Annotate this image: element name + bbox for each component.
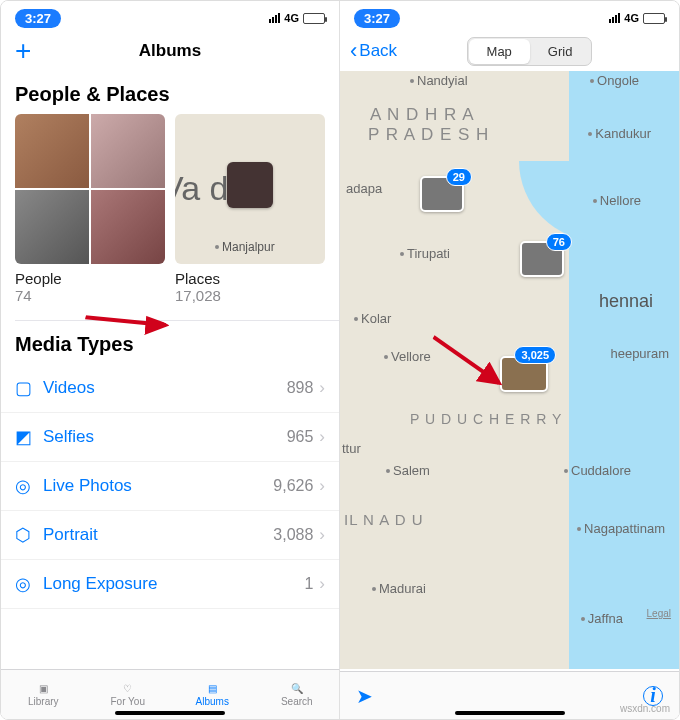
map-view[interactable]: Nandyial Ongole A N D H R A P R A D E S … (340, 71, 679, 669)
places-tile[interactable]: Va da Manjalpur Places 17,028 (175, 114, 325, 304)
cluster-count: 29 (446, 168, 472, 186)
map-region: A N D H R A (370, 105, 475, 125)
foryou-icon: ♡ (123, 683, 132, 694)
map-city: Madurai (372, 581, 426, 596)
map-region: P U D U C H E R R Y (410, 411, 562, 427)
places-thumb (227, 162, 273, 208)
chevron-right-icon: › (319, 574, 325, 594)
search-icon: 🔍 (291, 683, 303, 694)
map-city: Kolar (354, 311, 391, 326)
home-indicator[interactable] (455, 711, 565, 715)
cluster-count: 76 (546, 233, 572, 251)
nav-bar: ‹Back Map Grid (340, 31, 679, 71)
albums-screen: 3:27 4G + Albums People & Places (1, 1, 340, 719)
photo-cluster[interactable]: 29 (420, 176, 464, 212)
media-type-longexposure[interactable]: ◎ Long Exposure 1 › (1, 560, 339, 609)
chevron-right-icon: › (319, 525, 325, 545)
nav-bar: + Albums (1, 31, 339, 71)
livephoto-icon: ◎ (15, 475, 43, 497)
seg-grid[interactable]: Grid (530, 39, 591, 64)
map-city: Salem (386, 463, 430, 478)
photo-cluster[interactable]: 3,025 (500, 356, 548, 392)
map-city: Ongole (590, 73, 639, 88)
face-thumb (91, 114, 165, 188)
signal-icon (269, 13, 280, 23)
map-city: adapa (346, 181, 382, 196)
selfie-icon: ◩ (15, 426, 43, 448)
map-city: Nagapattinam (577, 521, 665, 536)
seg-map[interactable]: Map (469, 39, 530, 64)
home-indicator[interactable] (115, 711, 225, 715)
map-city: heepuram (610, 346, 669, 361)
cluster-count: 3,025 (514, 346, 556, 364)
map-region: P R A D E S H (368, 125, 489, 145)
media-type-videos[interactable]: ▢ Videos 898 › (1, 364, 339, 413)
map-city: Kandukur (588, 126, 651, 141)
segmented-control: Map Grid (467, 37, 593, 66)
watermark: wsxdn.com (620, 703, 670, 714)
face-thumb (15, 190, 89, 264)
albums-icon: ▤ (208, 683, 217, 694)
longexposure-icon: ◎ (15, 573, 43, 595)
video-icon: ▢ (15, 377, 43, 399)
face-thumb (91, 190, 165, 264)
people-label: People (15, 270, 165, 287)
portrait-icon: ⬡ (15, 524, 43, 546)
chevron-left-icon: ‹ (350, 40, 357, 62)
map-city: ttur (342, 441, 361, 456)
network-label: 4G (284, 12, 299, 24)
battery-icon (303, 13, 325, 24)
chevron-right-icon: › (319, 378, 325, 398)
map-city: Nellore (593, 193, 641, 208)
chevron-right-icon: › (319, 476, 325, 496)
photo-cluster[interactable]: 76 (520, 241, 564, 277)
chevron-right-icon: › (319, 427, 325, 447)
legal-link[interactable]: Legal (647, 608, 671, 619)
map-city: Nandyial (410, 73, 468, 88)
places-count: 17,028 (175, 287, 325, 304)
status-time: 3:27 (354, 9, 400, 28)
map-city: Cuddalore (564, 463, 631, 478)
media-type-selfies[interactable]: ◩ Selfies 965 › (1, 413, 339, 462)
library-icon: ▣ (39, 683, 48, 694)
battery-icon (643, 13, 665, 24)
media-type-livephotos[interactable]: ◎ Live Photos 9,626 › (1, 462, 339, 511)
status-bar: 3:27 4G (1, 1, 339, 31)
places-label: Places (175, 270, 325, 287)
svg-line-1 (427, 337, 506, 383)
face-thumb (15, 114, 89, 188)
tab-search[interactable]: 🔍Search (255, 670, 340, 719)
status-bar: 3:27 4G (340, 1, 679, 31)
network-label: 4G (624, 12, 639, 24)
signal-icon (609, 13, 620, 23)
map-city: Vellore (384, 349, 431, 364)
map-city-small: Manjalpur (215, 240, 275, 254)
people-count: 74 (15, 287, 165, 304)
location-button[interactable]: ➤ (356, 684, 373, 708)
back-button[interactable]: ‹Back (350, 40, 397, 62)
map-city: Tirupati (400, 246, 450, 261)
map-city: hennai (599, 291, 653, 312)
map-city: Jaffna (581, 611, 623, 626)
section-people-places-title: People & Places (1, 71, 339, 114)
status-time: 3:27 (15, 9, 61, 28)
places-map-screen: 3:27 4G ‹Back Map Grid Nandyial Ongole A… (340, 1, 679, 719)
media-type-portrait[interactable]: ⬡ Portrait 3,088 › (1, 511, 339, 560)
people-tile[interactable]: People 74 (15, 114, 165, 304)
map-region: IL N A D U (344, 511, 423, 528)
section-media-types-title: Media Types (1, 321, 339, 364)
tab-library[interactable]: ▣Library (1, 670, 86, 719)
add-button[interactable]: + (15, 35, 31, 67)
nav-title: Albums (139, 41, 201, 61)
